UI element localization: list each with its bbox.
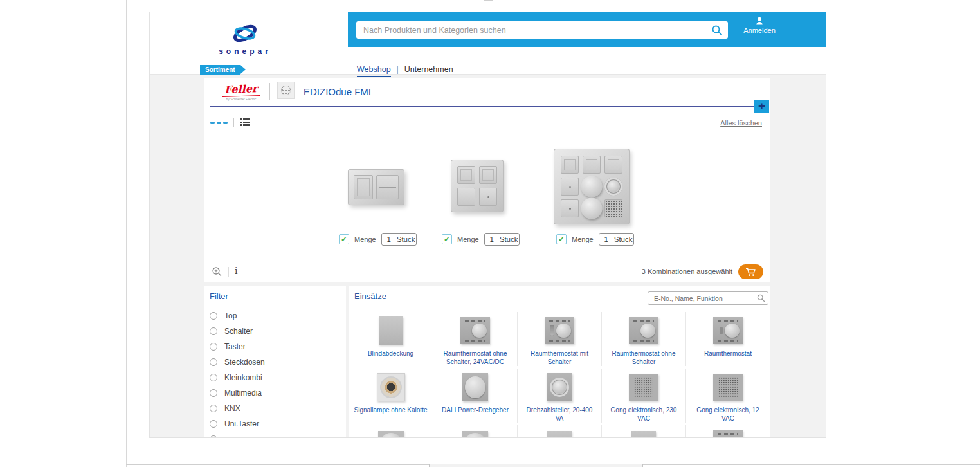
signal-lamp-image bbox=[377, 373, 405, 401]
quantity-row-2: ✓ Menge 1 Stück bbox=[442, 233, 520, 246]
filter-option-knx[interactable]: KNX bbox=[210, 401, 338, 416]
combination-frame-3x3[interactable] bbox=[554, 149, 630, 224]
site-header: sonepar Anmelden Websh bbox=[150, 12, 826, 75]
quantity-unit: Stück bbox=[396, 235, 416, 243]
inserts-title: Einsätze bbox=[354, 291, 386, 301]
thermostat-lever-image bbox=[713, 430, 743, 438]
inserts-row-1: Blindabdeckung Raumthermostat ohne Schal… bbox=[349, 312, 770, 366]
cart-icon bbox=[745, 268, 756, 277]
toggle-divider bbox=[233, 118, 234, 127]
range-title: EDIZIOdue FMI bbox=[304, 86, 371, 97]
configurator-panel: Feller by Schneider Electric EDIZIOdue F… bbox=[204, 78, 770, 282]
feller-sub-brand: by Schneider Electric bbox=[218, 97, 264, 101]
insert-item-raumthermostat-mit-schalter[interactable]: Raumthermostat mit Schalter bbox=[517, 312, 601, 366]
insert-item-drehzahlsteller[interactable]: Drehzahlsteller, 20-400 VA bbox=[517, 369, 601, 423]
insert-item-gong-12vac[interactable]: Gong elektronisch, 12 VAC bbox=[685, 369, 770, 423]
insert-item-raumthermostat[interactable]: Raumthermostat bbox=[685, 312, 770, 366]
frame-bottom-element bbox=[429, 464, 643, 467]
search-input[interactable] bbox=[356, 21, 706, 39]
clear-all-link[interactable]: Alles löschen bbox=[720, 119, 762, 127]
radio-icon[interactable] bbox=[210, 312, 217, 320]
quantity-unit: Stück bbox=[499, 235, 519, 243]
inserts-search-input[interactable] bbox=[648, 292, 754, 304]
radio-icon[interactable] bbox=[210, 389, 217, 397]
filter-option-schalter[interactable]: Schalter bbox=[210, 324, 338, 339]
blind-cover-image bbox=[379, 316, 403, 345]
radio-icon[interactable] bbox=[210, 435, 217, 438]
dash-view-toggle[interactable] bbox=[210, 122, 228, 124]
title-rule bbox=[210, 106, 756, 107]
feller-wordmark: Feller bbox=[222, 84, 260, 97]
combination-1-checkbox[interactable]: ✓ bbox=[339, 234, 349, 244]
sonepar-logo[interactable]: sonepar bbox=[203, 23, 287, 56]
filter-option-top[interactable]: Top bbox=[210, 308, 338, 324]
frame-top-notch bbox=[484, 0, 493, 1]
quantity-value[interactable]: 1 bbox=[382, 235, 396, 243]
insert-item-raumthermostat-ohne-schalter-24v[interactable]: Raumthermostat ohne Schalter, 24VAC/DC bbox=[433, 312, 517, 366]
header-search bbox=[356, 21, 728, 39]
quantity-row-3: ✓ Menge 1 Stück bbox=[556, 233, 634, 246]
filter-option-uni-taster[interactable]: Uni.Taster bbox=[210, 416, 338, 432]
filter-title: Filter bbox=[210, 291, 228, 301]
radio-icon[interactable] bbox=[210, 343, 217, 351]
combination-frame-2x2[interactable] bbox=[451, 160, 504, 212]
radio-icon[interactable] bbox=[210, 327, 217, 335]
filter-option-multimedia[interactable]: Multimedia bbox=[210, 385, 338, 401]
product-range-icon[interactable] bbox=[277, 82, 295, 99]
combination-2-checkbox[interactable]: ✓ bbox=[442, 234, 452, 244]
info-icon[interactable]: i bbox=[235, 266, 237, 276]
radio-icon[interactable] bbox=[210, 405, 217, 412]
inserts-grid: Blindabdeckung Raumthermostat ohne Schal… bbox=[349, 312, 770, 438]
screenshot-stage: sonepar Anmelden Websh bbox=[0, 0, 980, 467]
zoom-in-icon[interactable] bbox=[212, 266, 222, 280]
combination-3-checkbox[interactable]: ✓ bbox=[556, 234, 567, 244]
quantity-input-3[interactable]: 1 Stück bbox=[599, 233, 634, 246]
inserts-search-icon[interactable] bbox=[754, 294, 768, 302]
insert-item-clipped-4[interactable] bbox=[601, 425, 685, 438]
selection-summary: 3 Kombinationen ausgewählt bbox=[642, 261, 732, 282]
insert-item-clipped-3[interactable] bbox=[517, 425, 601, 438]
inserts-search bbox=[648, 291, 768, 305]
search-icon[interactable] bbox=[706, 21, 728, 39]
insert-item-clipped-2[interactable] bbox=[433, 425, 517, 438]
sonepar-wordmark: sonepar bbox=[203, 47, 287, 56]
brand-divider bbox=[269, 83, 270, 100]
radio-icon[interactable] bbox=[210, 358, 217, 366]
view-toggle-row bbox=[210, 118, 250, 127]
add-to-cart-button[interactable] bbox=[738, 264, 763, 279]
insert-item-gong-230vac[interactable]: Gong elektronisch, 230 VAC bbox=[601, 369, 685, 423]
gong-image bbox=[713, 374, 743, 401]
add-combination-button[interactable]: + bbox=[754, 100, 769, 113]
dali-dial-image bbox=[462, 373, 488, 401]
insert-item-raumthermostat-ohne-schalter[interactable]: Raumthermostat ohne Schalter bbox=[601, 312, 685, 366]
insert-item-clipped-5[interactable] bbox=[685, 425, 770, 438]
insert-item-dali-drehgeber[interactable]: DALI Power-Drehgeber bbox=[433, 369, 517, 423]
toggle-plate-image bbox=[631, 431, 656, 438]
quantity-input-2[interactable]: 1 Stück bbox=[484, 233, 520, 246]
quantity-label: Menge bbox=[572, 235, 594, 243]
radio-icon[interactable] bbox=[210, 374, 217, 381]
filter-option-clipped[interactable] bbox=[210, 432, 338, 438]
quantity-value[interactable]: 1 bbox=[599, 235, 613, 243]
tab-unternehmen[interactable]: Unternehmen bbox=[404, 65, 453, 74]
quantity-unit: Stück bbox=[613, 235, 633, 243]
combination-frame-1x2[interactable] bbox=[348, 169, 404, 205]
radio-icon[interactable] bbox=[210, 420, 217, 428]
speed-controller-image bbox=[547, 373, 572, 401]
list-view-toggle[interactable] bbox=[240, 118, 250, 126]
login-button[interactable]: Anmelden bbox=[734, 17, 785, 34]
inserts-row-2: Signallampe ohne Kalotte DALI Power-Dreh… bbox=[349, 369, 770, 423]
filter-option-steckdosen[interactable]: Steckdosen bbox=[210, 354, 338, 370]
dome-knob-image bbox=[378, 431, 404, 438]
tab-webshop[interactable]: Webshop bbox=[357, 65, 391, 77]
filter-option-kleinkombi[interactable]: Kleinkombi bbox=[210, 370, 338, 385]
insert-item-blindabdeckung[interactable]: Blindabdeckung bbox=[349, 312, 433, 366]
sortiment-ribbon[interactable]: Sortiment bbox=[200, 65, 240, 75]
quantity-input-1[interactable]: 1 Stück bbox=[381, 233, 417, 246]
insert-item-signallampe[interactable]: Signallampe ohne Kalotte bbox=[349, 369, 433, 423]
login-label: Anmelden bbox=[743, 26, 776, 34]
filter-option-taster[interactable]: Taster bbox=[210, 339, 338, 354]
insert-item-clipped-1[interactable] bbox=[349, 425, 433, 438]
quantity-value[interactable]: 1 bbox=[485, 235, 499, 243]
feller-logo[interactable]: Feller by Schneider Electric bbox=[218, 84, 264, 101]
